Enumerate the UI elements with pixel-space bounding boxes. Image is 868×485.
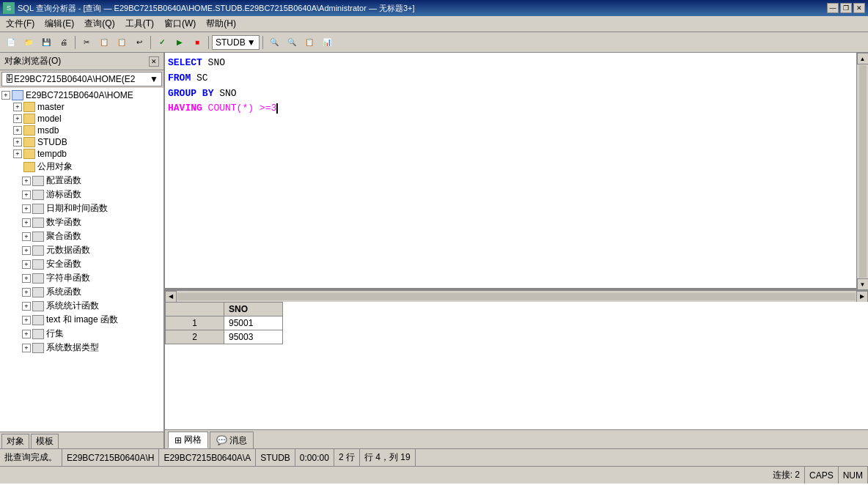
tab-grid[interactable]: ⊞ 网格 (168, 432, 208, 448)
tree-expand-icon[interactable]: + (22, 246, 31, 255)
toolbar-cut[interactable]: ✂ (78, 34, 95, 51)
menu-window[interactable]: 窗口(W) (160, 16, 200, 32)
tree-expand-icon[interactable]: + (22, 218, 31, 227)
tree-expand-icon[interactable]: + (22, 274, 31, 283)
tree-item[interactable]: +msdb (1, 125, 162, 136)
tree-item[interactable]: +安全函数 (1, 257, 162, 271)
toolbar: 📄 📁 💾 🖨 ✂ 📋 📋 ↩ ✓ ▶ ■ STUDB ▼ 🔍 🔍 📋 📊 (0, 32, 868, 53)
toolbar-paste[interactable]: 📋 (114, 34, 130, 51)
toolbar-table[interactable]: 📋 (301, 34, 317, 51)
tree-item[interactable]: +系统数据类型 (1, 341, 162, 355)
menu-file[interactable]: 文件(F) (1, 16, 39, 32)
tree-node-label: master (37, 102, 65, 112)
editor-vscrollbar[interactable]: ▲ ▼ (856, 53, 868, 290)
tree-item[interactable]: +tempdb (1, 148, 162, 160)
tree-node-icon (32, 287, 44, 297)
tree-expand-icon[interactable]: + (13, 126, 22, 135)
toolbar-check[interactable]: ✓ (154, 34, 170, 51)
tree-expand-icon[interactable]: + (22, 204, 31, 213)
status-connect: 连接: 2 (768, 467, 805, 484)
tree-node-label: msdb (37, 125, 59, 136)
tree-expand-icon[interactable]: + (13, 138, 22, 147)
minimize-button[interactable]: — (827, 3, 839, 13)
tree-item[interactable]: +聚合函数 (1, 229, 162, 243)
toolbar-print[interactable]: 🖨 (56, 34, 72, 51)
tab-messages[interactable]: 💬 消息 (210, 432, 254, 448)
db-name: STUDB (216, 37, 246, 48)
db-selector[interactable]: STUDB ▼ (212, 35, 260, 50)
toolbar-copy[interactable]: 📋 (96, 34, 112, 51)
toolbar-undo[interactable]: ↩ (131, 34, 147, 51)
close-button[interactable]: ✕ (853, 3, 865, 13)
hscroll-right[interactable]: ▶ (856, 291, 868, 303)
vscroll-track (859, 65, 867, 278)
tree-expand-icon[interactable]: + (22, 260, 31, 269)
query-editor[interactable]: SELECT SNO FROM SC GROUP BY SNO HAVING C… (165, 53, 856, 290)
tab-objects[interactable]: 对象 (1, 434, 29, 448)
tree-item[interactable]: +text 和 image 函数 (1, 313, 162, 327)
toolbar-stop[interactable]: ■ (189, 34, 205, 51)
tree-item[interactable]: +系统统计函数 (1, 299, 162, 313)
tree-item[interactable]: 公用对象 (1, 160, 162, 174)
toolbar-open[interactable]: 📁 (21, 34, 37, 51)
menu-help[interactable]: 帮助(H) (202, 16, 240, 32)
tree-node-icon (23, 149, 35, 159)
tree-node-icon (23, 137, 35, 147)
menu-edit[interactable]: 编辑(E) (40, 16, 78, 32)
cell-sno: 95001 (224, 316, 283, 330)
table-row: 295003 (166, 330, 283, 344)
object-tree[interactable]: +E29BC7215B0640A\HOME+master+model+msdb+… (0, 88, 163, 432)
toolbar-sep4 (262, 36, 263, 49)
tree-expand-icon[interactable]: + (22, 232, 31, 241)
tree-expand-icon[interactable]: + (22, 344, 31, 352)
tree-item[interactable]: +字符串函数 (1, 271, 162, 285)
menu-bar: 文件(F) 编辑(E) 查询(Q) 工具(T) 窗口(W) 帮助(H) (0, 16, 868, 32)
toolbar-chart[interactable]: 📊 (319, 34, 335, 51)
tree-node-label: text 和 image 函数 (46, 314, 118, 326)
tree-node-label: 配置函数 (46, 174, 81, 187)
tree-item[interactable]: +master (1, 101, 162, 113)
tree-item[interactable]: +model (1, 113, 162, 125)
tree-item[interactable]: +数学函数 (1, 215, 162, 229)
editor-hscrollbar[interactable]: ◀ ▶ (165, 290, 868, 302)
tree-node-icon (32, 329, 44, 339)
server-dropdown[interactable]: 🗄 E29BC7215B0640A\HOME(E2 ▼ (1, 72, 162, 86)
tree-item[interactable]: +配置函数 (1, 174, 162, 188)
vscroll-up[interactable]: ▲ (857, 53, 869, 64)
tab-templates[interactable]: 模板 (31, 434, 59, 448)
status-time: 0:00:00 (295, 449, 334, 466)
tree-item[interactable]: +STUDB (1, 136, 162, 148)
tree-expand-icon[interactable]: + (13, 114, 22, 123)
tree-item[interactable]: +游标函数 (1, 188, 162, 201)
toolbar-run[interactable]: ▶ (172, 34, 188, 51)
tree-expand-icon[interactable]: + (22, 177, 31, 185)
vscroll-down[interactable]: ▼ (857, 278, 869, 290)
tree-expand-icon[interactable]: + (22, 330, 31, 338)
tree-expand-icon[interactable]: + (22, 302, 31, 311)
tree-expand-icon[interactable]: + (1, 91, 10, 100)
tree-item[interactable]: +系统函数 (1, 285, 162, 299)
tree-item[interactable]: +日期和时间函数 (1, 201, 162, 215)
toolbar-search2[interactable]: 🔍 (284, 34, 300, 51)
results-table: SNO195001295003 (165, 302, 868, 429)
toolbar-new[interactable]: 📄 (3, 34, 19, 51)
col-header: SNO (224, 303, 283, 316)
restore-button[interactable]: ❐ (840, 3, 852, 13)
toolbar-search1[interactable]: 🔍 (266, 34, 282, 51)
toolbar-sep3 (208, 36, 209, 49)
tree-item[interactable]: +行集 (1, 327, 162, 341)
tree-node-label: model (37, 114, 62, 124)
tree-expand-icon[interactable]: + (22, 288, 31, 297)
tree-expand-icon[interactable]: + (22, 316, 31, 325)
tree-item[interactable]: +E29BC7215B0640A\HOME (1, 89, 162, 101)
tree-node-label: 行集 (46, 327, 64, 340)
tree-expand-icon[interactable]: + (22, 190, 31, 199)
toolbar-save[interactable]: 💾 (38, 34, 54, 51)
tree-expand-icon[interactable]: + (13, 103, 22, 111)
menu-query[interactable]: 查询(Q) (80, 16, 119, 32)
hscroll-left[interactable]: ◀ (165, 291, 177, 303)
menu-tools[interactable]: 工具(T) (121, 16, 158, 32)
tree-expand-icon[interactable]: + (13, 149, 22, 158)
tree-item[interactable]: +元数据函数 (1, 243, 162, 257)
panel-close-button[interactable]: ✕ (149, 56, 159, 67)
